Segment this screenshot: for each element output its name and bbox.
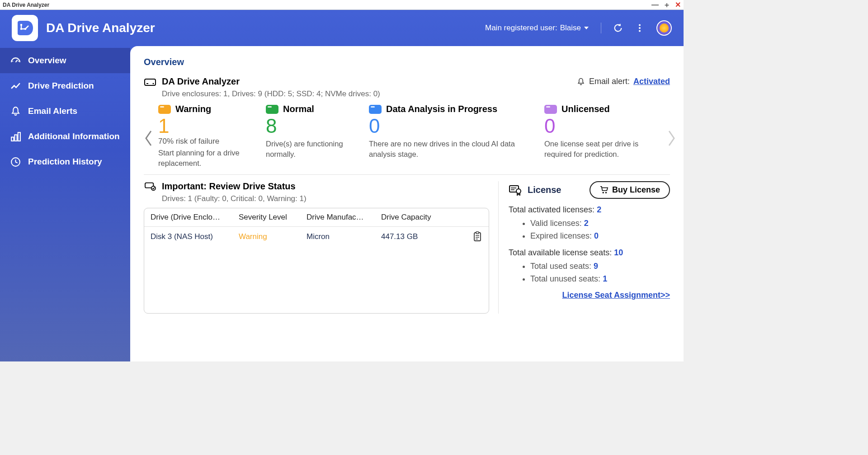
column-drive: Drive (Drive Enclo… [151, 213, 239, 222]
analyzer-section-title: DA Drive Analyzer [162, 76, 240, 87]
status-card-title: Data Analysis in Progress [386, 104, 497, 114]
email-alert-label: Email alert: [589, 77, 630, 86]
unused-seats-line: Total unused seats: 1 [530, 273, 670, 286]
cell-capacity: 447.13 GB [381, 232, 444, 241]
app-logo [12, 15, 38, 41]
app-title: DA Drive Analyzer [46, 21, 155, 35]
status-card-sub2: Start planning for a drive replacement. [158, 148, 253, 168]
email-alert-link[interactable]: Activated [633, 77, 670, 86]
expired-licenses-line: Expired licenses: 0 [530, 230, 670, 243]
status-card-progress: Data Analysis in Progress 0 There are no… [369, 104, 532, 168]
main-content: Overview DA Drive Analyzer Email alert: … [130, 46, 684, 361]
svg-point-5 [639, 30, 641, 32]
total-seats-line: Total available license seats: 10 [509, 248, 670, 258]
svg-point-7 [12, 61, 13, 61]
cart-icon [599, 186, 609, 194]
status-card-sub1: 70% risk of failure [158, 137, 253, 146]
license-panel: License Buy License Total activated lice… [498, 181, 670, 314]
drive-chip-icon [369, 105, 382, 114]
sidebar-item-overview[interactable]: Overview [0, 48, 130, 73]
cell-manufacturer: Micron [307, 232, 381, 241]
buy-license-label: Buy License [612, 185, 660, 195]
window-close-button[interactable]: ✕ [675, 1, 681, 9]
svg-point-8 [18, 61, 19, 61]
user-avatar[interactable] [656, 20, 672, 36]
license-badge-icon [509, 184, 522, 196]
chart-line-icon [10, 80, 21, 92]
drive-summary: Drive enclosures: 1, Drives: 9 (HDD: 5; … [162, 89, 670, 99]
svg-point-4 [639, 27, 641, 29]
enclosure-icon [144, 77, 156, 87]
logo-icon [16, 19, 34, 37]
svg-point-15 [153, 83, 154, 84]
email-alert-status: Email alert: Activated [576, 77, 670, 86]
registered-user-dropdown[interactable]: Main registered user: Blaise [485, 23, 589, 33]
status-card-normal: Normal 8 Drive(s) are functioning normal… [266, 104, 356, 168]
column-capacity: Drive Capacity [381, 213, 444, 222]
window-minimize-button[interactable]: — [651, 1, 659, 9]
total-activated-line: Total activated licenses: 2 [509, 205, 670, 215]
registered-user-name: Blaise [560, 23, 581, 33]
status-card-sub2: Drive(s) are functioning normally. [266, 139, 356, 159]
svg-rect-9 [11, 137, 14, 141]
status-card-warning: Warning 1 70% risk of failure Start plan… [158, 104, 253, 168]
sidebar-item-additional-information[interactable]: Additional Information [0, 124, 130, 149]
svg-rect-10 [14, 135, 17, 141]
svg-point-28 [605, 192, 607, 193]
registered-user-label: Main registered user: [485, 23, 557, 33]
status-card-title: Warning [175, 104, 211, 114]
column-manufacturer: Drive Manufac… [307, 213, 381, 222]
chevron-right-icon [666, 129, 676, 147]
cell-drive: Disk 3 (NAS Host) [151, 232, 239, 241]
review-summary: Drives: 1 (Faulty: 0, Critical: 0, Warni… [162, 194, 489, 203]
status-card-unlicensed: Unlicensed 0 One license seat per drive … [544, 104, 662, 168]
sidebar-item-email-alerts[interactable]: Email Alerts [0, 99, 130, 124]
review-section-title: Important: Review Drive Status [162, 181, 296, 192]
sidebar-item-prediction-history[interactable]: Prediction History [0, 149, 130, 174]
status-card-sub2: There are no new drives in the cloud AI … [369, 139, 532, 159]
table-row[interactable]: Disk 3 (NAS Host) Warning Micron 447.13 … [144, 226, 489, 247]
more-menu-icon[interactable] [635, 23, 645, 33]
license-title: License [528, 185, 561, 195]
drive-chip-icon [266, 105, 278, 114]
bar-chart-icon [10, 131, 21, 142]
status-card-count: 8 [266, 115, 356, 137]
drive-chip-icon [158, 105, 171, 114]
sidebar-item-drive-prediction[interactable]: Drive Prediction [0, 73, 130, 99]
status-card-count: 0 [369, 115, 532, 137]
gauge-icon [10, 55, 21, 66]
status-prev-button[interactable] [144, 125, 154, 147]
svg-point-26 [516, 189, 521, 193]
refresh-icon[interactable] [613, 23, 623, 33]
column-severity: Severity Level [239, 213, 307, 222]
status-card-count: 1 [158, 115, 253, 137]
sidebar: Overview Drive Prediction Email Alerts A… [0, 46, 130, 361]
window-maximize-button[interactable]: ＋ [663, 1, 670, 9]
status-card-count: 0 [544, 115, 662, 137]
window-title: DA Drive Analyzer [3, 2, 49, 8]
status-next-button[interactable] [666, 125, 676, 147]
svg-line-6 [16, 60, 18, 62]
svg-point-17 [151, 186, 156, 190]
sidebar-item-label: Drive Prediction [28, 81, 94, 91]
drive-review-icon [144, 181, 156, 191]
app-header: DA Drive Analyzer Main registered user: … [0, 10, 684, 46]
buy-license-button[interactable]: Buy License [590, 181, 670, 199]
valid-licenses-line: Valid licenses: 2 [530, 217, 670, 230]
header-divider [601, 23, 601, 33]
bell-icon [576, 77, 585, 86]
status-card-sub2: One license seat per drive is required f… [544, 139, 662, 159]
used-seats-line: Total used seats: 9 [530, 260, 670, 273]
status-card-title: Unlicensed [561, 104, 610, 114]
license-seat-assignment-link[interactable]: License Seat Assignment>> [509, 291, 670, 300]
status-card-title: Normal [283, 104, 314, 114]
page-title: Overview [144, 57, 670, 67]
svg-rect-19 [476, 232, 479, 234]
clipboard-icon[interactable] [472, 231, 482, 242]
table-header: Drive (Drive Enclo… Severity Level Drive… [144, 208, 489, 226]
sidebar-item-label: Additional Information [28, 131, 120, 141]
svg-point-3 [639, 24, 641, 26]
svg-rect-11 [18, 132, 20, 141]
drive-status-table: Drive (Drive Enclo… Severity Level Drive… [144, 208, 489, 314]
bell-icon [10, 106, 21, 117]
